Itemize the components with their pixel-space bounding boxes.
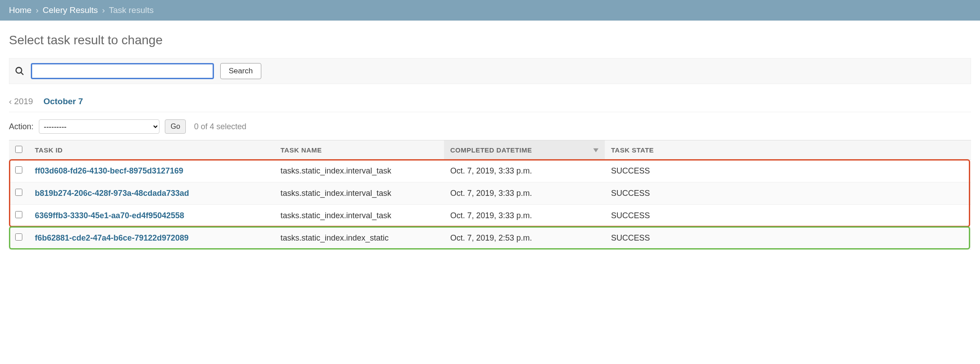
results-table-wrap: TASK ID TASK NAME COMPLETED DATETIME TAS… <box>9 140 971 250</box>
cell-task-id: f6b62881-cde2-47a4-b6ce-79122d972089 <box>29 227 274 250</box>
page-title: Select task result to change <box>9 33 971 47</box>
cell-task-name: tasks.static_index.index_static <box>274 227 444 250</box>
action-select[interactable]: --------- <box>39 119 159 134</box>
column-header-task-id[interactable]: TASK ID <box>29 140 274 160</box>
row-checkbox-cell <box>9 160 29 182</box>
table-row: b819b274-206c-428f-973a-48cdada733adtask… <box>9 182 971 205</box>
cell-task-name: tasks.static_index.interval_task <box>274 160 444 182</box>
go-button[interactable]: Go <box>165 119 186 134</box>
selection-count: 0 of 4 selected <box>194 122 246 131</box>
task-id-link[interactable]: 6369ffb3-3330-45e1-aa70-ed4f95042558 <box>35 211 184 220</box>
cell-task-id: 6369ffb3-3330-45e1-aa70-ed4f95042558 <box>29 205 274 227</box>
svg-line-1 <box>21 72 24 75</box>
action-label: Action: <box>9 122 34 131</box>
table-row: 6369ffb3-3330-45e1-aa70-ed4f95042558task… <box>9 205 971 227</box>
action-row: Action: --------- Go 0 of 4 selected <box>9 119 971 134</box>
header-checkbox-cell <box>9 140 29 160</box>
breadcrumb: Home › Celery Results › Task results <box>0 0 980 21</box>
row-checkbox-cell <box>9 205 29 227</box>
table-row: ff03d608-fd26-4130-becf-8975d3127169task… <box>9 160 971 182</box>
cell-state: SUCCESS <box>605 160 971 182</box>
breadcrumb-home[interactable]: Home <box>9 5 32 15</box>
breadcrumb-sep-icon: › <box>36 5 38 15</box>
search-icon <box>15 66 25 76</box>
search-button[interactable]: Search <box>220 63 261 79</box>
cell-task-id: b819b274-206c-428f-973a-48cdada733ad <box>29 182 274 205</box>
cell-state: SUCCESS <box>605 227 971 250</box>
date-current-link[interactable]: October 7 <box>43 97 83 106</box>
row-checkbox-cell <box>9 182 29 205</box>
row-checkbox[interactable] <box>15 233 22 241</box>
row-checkbox[interactable] <box>15 211 22 218</box>
cell-state: SUCCESS <box>605 182 971 205</box>
row-checkbox-cell <box>9 227 29 250</box>
row-checkbox[interactable] <box>15 166 22 174</box>
task-id-link[interactable]: f6b62881-cde2-47a4-b6ce-79122d972089 <box>35 233 188 242</box>
search-input[interactable] <box>31 63 214 79</box>
column-header-task-name[interactable]: TASK NAME <box>274 140 444 160</box>
column-header-state[interactable]: TASK STATE <box>605 140 971 160</box>
row-checkbox[interactable] <box>15 189 22 196</box>
results-table: TASK ID TASK NAME COMPLETED DATETIME TAS… <box>9 140 971 250</box>
breadcrumb-sep-icon: › <box>102 5 105 15</box>
search-bar: Search <box>9 58 971 84</box>
breadcrumb-current: Task results <box>109 5 154 15</box>
column-header-completed[interactable]: COMPLETED DATETIME <box>444 140 605 160</box>
date-hierarchy: ‹ 2019 October 7 <box>9 93 971 112</box>
svg-point-0 <box>16 68 22 73</box>
task-id-link[interactable]: b819b274-206c-428f-973a-48cdada733ad <box>35 189 189 198</box>
cell-completed: Oct. 7, 2019, 3:33 p.m. <box>444 160 605 182</box>
select-all-checkbox[interactable] <box>15 146 22 153</box>
cell-state: SUCCESS <box>605 205 971 227</box>
date-prev-year-link[interactable]: ‹ 2019 <box>9 97 33 106</box>
task-id-link[interactable]: ff03d608-fd26-4130-becf-8975d3127169 <box>35 166 183 175</box>
table-row: f6b62881-cde2-47a4-b6ce-79122d972089task… <box>9 227 971 250</box>
cell-task-name: tasks.static_index.interval_task <box>274 182 444 205</box>
svg-marker-2 <box>593 148 599 152</box>
cell-task-id: ff03d608-fd26-4130-becf-8975d3127169 <box>29 160 274 182</box>
sort-desc-icon <box>593 146 599 154</box>
cell-task-name: tasks.static_index.interval_task <box>274 205 444 227</box>
cell-completed: Oct. 7, 2019, 2:53 p.m. <box>444 227 605 250</box>
breadcrumb-app[interactable]: Celery Results <box>43 5 98 15</box>
cell-completed: Oct. 7, 2019, 3:33 p.m. <box>444 205 605 227</box>
cell-completed: Oct. 7, 2019, 3:33 p.m. <box>444 182 605 205</box>
column-header-completed-label: COMPLETED DATETIME <box>450 146 532 154</box>
